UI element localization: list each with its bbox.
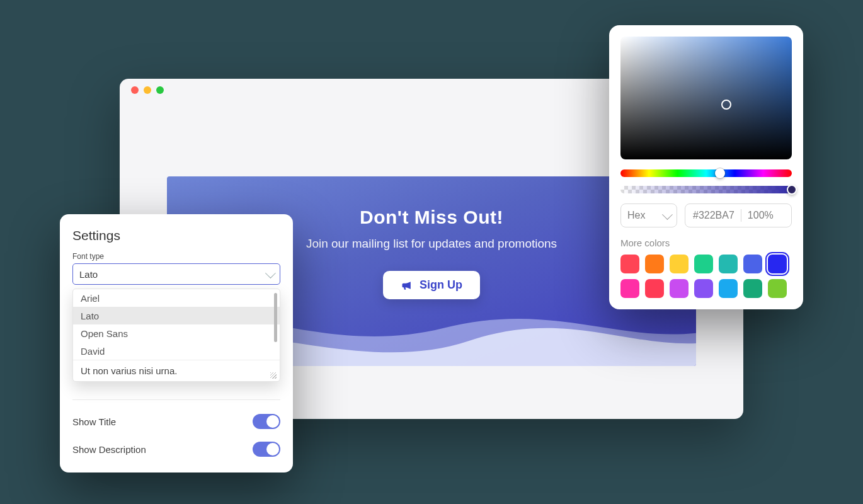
- color-swatch[interactable]: [620, 279, 639, 298]
- color-swatch[interactable]: [670, 279, 689, 298]
- font-option[interactable]: Lato: [73, 307, 280, 324]
- color-swatch[interactable]: [743, 279, 762, 298]
- color-swatch[interactable]: [743, 255, 762, 273]
- toggle-label: Show Description: [72, 444, 146, 455]
- color-swatch[interactable]: [768, 279, 787, 298]
- settings-panel: Settings Font type Lato ArielLatoOpen Sa…: [60, 214, 293, 472]
- color-swatch[interactable]: [645, 255, 664, 273]
- font-type-label: Font type: [60, 252, 293, 261]
- divider: [72, 399, 280, 400]
- font-option[interactable]: Ariel: [73, 289, 280, 307]
- color-picker-panel: Hex #322BA7 100% More colors: [609, 25, 803, 309]
- settings-toggle-row: Show Description: [60, 435, 293, 463]
- chevron-down-icon: [265, 268, 276, 278]
- more-colors-label: More colors: [620, 238, 792, 248]
- sample-text-area[interactable]: Ut non varius nisi urna.: [73, 360, 280, 381]
- font-option[interactable]: David: [73, 342, 280, 360]
- color-swatch[interactable]: [670, 255, 689, 273]
- saturation-value-field[interactable]: [620, 37, 792, 159]
- settings-toggle-row: Show Title: [60, 408, 293, 435]
- resize-handle-icon[interactable]: [270, 372, 277, 379]
- color-swatch[interactable]: [694, 279, 713, 298]
- color-format-value: Hex: [627, 210, 645, 221]
- toggle-label: Show Title: [72, 416, 116, 427]
- color-swatch[interactable]: [719, 255, 738, 273]
- font-type-select[interactable]: Lato: [72, 263, 280, 285]
- toggle-switch[interactable]: [253, 414, 280, 429]
- font-type-selected: Lato: [79, 269, 98, 280]
- alpha-value: 100%: [748, 210, 774, 221]
- window-close-dot[interactable]: [131, 86, 139, 94]
- alpha-slider[interactable]: [620, 186, 792, 193]
- hue-slider[interactable]: [620, 169, 792, 177]
- settings-heading: Settings: [60, 228, 293, 252]
- font-option[interactable]: Open Sans: [73, 324, 280, 342]
- window-minimize-dot[interactable]: [144, 86, 151, 94]
- hue-cursor[interactable]: [715, 168, 725, 178]
- hex-input[interactable]: #322BA7 100%: [685, 203, 792, 227]
- font-type-dropdown: ArielLatoOpen SansDavid Ut non varius ni…: [72, 289, 280, 382]
- color-swatch[interactable]: [645, 279, 664, 298]
- chevron-down-icon: [662, 209, 673, 220]
- swatch-grid: [620, 255, 792, 298]
- dropdown-scrollbar[interactable]: [274, 293, 277, 342]
- toggle-switch[interactable]: [253, 442, 280, 457]
- color-swatch[interactable]: [768, 255, 787, 273]
- color-swatch[interactable]: [694, 255, 713, 273]
- hex-value: #322BA7: [693, 210, 734, 221]
- window-zoom-dot[interactable]: [156, 86, 164, 94]
- sv-cursor[interactable]: [721, 100, 731, 110]
- color-swatch[interactable]: [719, 279, 738, 298]
- color-swatch[interactable]: [620, 255, 639, 273]
- alpha-cursor[interactable]: [787, 185, 797, 195]
- color-format-select[interactable]: Hex: [620, 203, 677, 227]
